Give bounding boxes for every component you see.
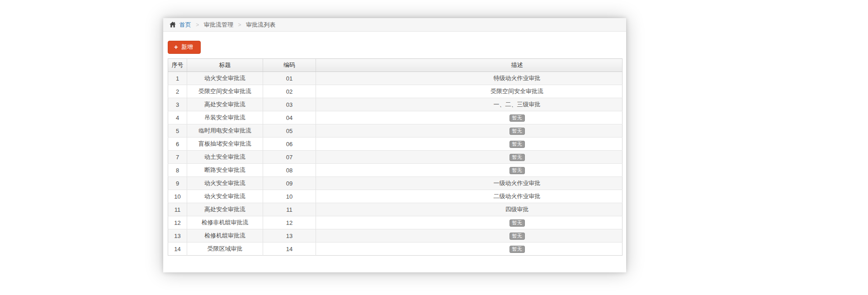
code-cell: 08: [263, 164, 316, 177]
empty-description-badge: 暂无: [509, 154, 525, 161]
empty-description-badge: 暂无: [509, 114, 525, 122]
table-row: 4吊装安全审批流04暂无: [168, 111, 623, 124]
description-cell: 暂无: [316, 151, 623, 164]
column-header-code: 编码: [263, 59, 316, 72]
empty-description-badge: 暂无: [509, 141, 525, 148]
description-cell: 暂无: [316, 138, 623, 151]
empty-description-badge: 暂无: [509, 233, 525, 240]
table-row: 6盲板抽堵安全审批流06暂无: [168, 138, 623, 151]
index-cell: 8: [168, 164, 187, 177]
title-cell: 吊装安全审批流: [187, 111, 263, 124]
code-cell: 14: [263, 243, 316, 256]
code-cell: 01: [263, 72, 316, 85]
table-row: 5临时用电安全审批流05暂无: [168, 124, 623, 138]
breadcrumb-item-home[interactable]: 首页: [179, 21, 191, 28]
table-row: 2受限空间安全审批流02受限空间安全审批流: [168, 85, 623, 98]
index-cell: 13: [168, 229, 187, 243]
code-cell: 09: [263, 177, 316, 190]
table-row: 10动火安全审批流10二级动火作业审批: [168, 190, 623, 203]
index-cell: 4: [168, 111, 187, 124]
table-row: 9动火安全审批流09一级动火作业审批: [168, 177, 623, 190]
index-cell: 3: [168, 98, 187, 111]
index-cell: 2: [168, 85, 187, 98]
description-cell: 暂无: [316, 124, 623, 138]
title-cell: 检修非机组审批流: [187, 216, 263, 229]
description-cell: 暂无: [316, 243, 623, 256]
title-cell: 动火安全审批流: [187, 72, 263, 85]
column-header-title: 标题: [187, 59, 263, 72]
index-cell: 1: [168, 72, 187, 85]
title-cell: 断路安全审批流: [187, 164, 263, 177]
breadcrumb-separator-icon: >: [196, 22, 199, 28]
description-cell: 一、二、三级审批: [316, 98, 623, 111]
home-icon: [170, 19, 176, 32]
title-cell: 动土安全审批流: [187, 151, 263, 164]
code-cell: 13: [263, 229, 316, 243]
empty-description-badge: 暂无: [509, 219, 525, 227]
plus-icon: +: [174, 44, 178, 50]
table-row: 7动土安全审批流07暂无: [168, 151, 623, 164]
table-row: 8断路安全审批流08暂无: [168, 164, 623, 177]
index-cell: 10: [168, 190, 187, 203]
breadcrumb-item-approval-management[interactable]: 审批流管理: [204, 21, 233, 28]
title-cell: 临时用电安全审批流: [187, 124, 263, 138]
title-cell: 受限区域审批: [187, 243, 263, 256]
empty-description-badge: 暂无: [509, 128, 525, 135]
code-cell: 12: [263, 216, 316, 229]
add-button[interactable]: + 新增: [168, 41, 201, 54]
table-header-row: 序号 标题 编码 描述: [168, 59, 623, 72]
table-body: 1动火安全审批流01特级动火作业审批2受限空间安全审批流02受限空间安全审批流3…: [168, 72, 623, 256]
table-row: 12检修非机组审批流12暂无: [168, 216, 623, 229]
title-cell: 动火安全审批流: [187, 190, 263, 203]
code-cell: 07: [263, 151, 316, 164]
description-cell: 暂无: [316, 164, 623, 177]
description-cell: 暂无: [316, 216, 623, 229]
title-cell: 检修机组审批流: [187, 229, 263, 243]
content-card: 首页 > 审批流管理 > 审批流列表 + 新增 序号 标题 编码: [163, 18, 626, 272]
breadcrumb-separator-icon: >: [238, 22, 241, 28]
description-cell: 暂无: [316, 111, 623, 124]
index-cell: 6: [168, 138, 187, 151]
code-cell: 04: [263, 111, 316, 124]
add-button-label: 新增: [181, 43, 193, 51]
index-cell: 9: [168, 177, 187, 190]
description-cell: 二级动火作业审批: [316, 190, 623, 203]
description-cell: 特级动火作业审批: [316, 72, 623, 85]
table-row: 14受限区域审批14暂无: [168, 243, 623, 256]
code-cell: 05: [263, 124, 316, 138]
table-row: 1动火安全审批流01特级动火作业审批: [168, 72, 623, 85]
title-cell: 高处安全审批流: [187, 203, 263, 216]
column-header-description: 描述: [316, 59, 623, 72]
title-cell: 动火安全审批流: [187, 177, 263, 190]
description-cell: 四级审批: [316, 203, 623, 216]
code-cell: 03: [263, 98, 316, 111]
breadcrumb: 首页 > 审批流管理 > 审批流列表: [163, 18, 626, 32]
table-row: 3高处安全审批流03一、二、三级审批: [168, 98, 623, 111]
title-cell: 高处安全审批流: [187, 98, 263, 111]
description-cell: 受限空间安全审批流: [316, 85, 623, 98]
code-cell: 11: [263, 203, 316, 216]
approval-flow-table: 序号 标题 编码 描述 1动火安全审批流01特级动火作业审批2受限空间安全审批流…: [168, 58, 623, 256]
index-cell: 12: [168, 216, 187, 229]
description-cell: 一级动火作业审批: [316, 177, 623, 190]
empty-description-badge: 暂无: [509, 246, 525, 253]
index-cell: 5: [168, 124, 187, 138]
index-cell: 11: [168, 203, 187, 216]
index-cell: 14: [168, 243, 187, 256]
code-cell: 02: [263, 85, 316, 98]
card-content: + 新增 序号 标题 编码 描述 1动火安全审批流01特级动火作业审批2受限空间…: [163, 32, 626, 256]
index-cell: 7: [168, 151, 187, 164]
description-cell: 暂无: [316, 229, 623, 243]
code-cell: 06: [263, 138, 316, 151]
column-header-index: 序号: [168, 59, 187, 72]
page-background: 首页 > 审批流管理 > 审批流列表 + 新增 序号 标题 编码: [0, 0, 868, 295]
breadcrumb-item-approval-list: 审批流列表: [246, 21, 275, 28]
table-row: 13检修机组审批流13暂无: [168, 229, 623, 243]
empty-description-badge: 暂无: [509, 167, 525, 174]
table-row: 11高处安全审批流11四级审批: [168, 203, 623, 216]
title-cell: 受限空间安全审批流: [187, 85, 263, 98]
title-cell: 盲板抽堵安全审批流: [187, 138, 263, 151]
code-cell: 10: [263, 190, 316, 203]
